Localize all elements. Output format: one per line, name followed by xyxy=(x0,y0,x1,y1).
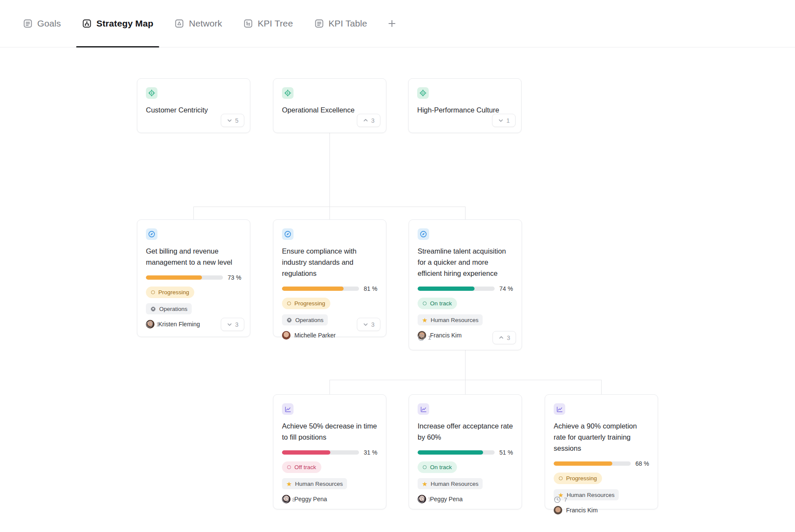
chevron-down-icon xyxy=(227,322,232,327)
connector-line xyxy=(193,207,194,219)
chevron-down-icon xyxy=(498,118,504,123)
clock-icon xyxy=(554,496,561,503)
connector-line xyxy=(465,207,466,219)
goal-card[interactable]: Ensure compliance with industry standard… xyxy=(273,219,386,337)
objective-card[interactable]: Customer Centricity 5 xyxy=(137,78,250,133)
chevron-down-icon xyxy=(227,118,232,123)
connector-line xyxy=(329,207,330,219)
expand-children-button[interactable]: 1 xyxy=(492,114,516,127)
tab-network[interactable]: Network xyxy=(169,0,228,47)
owner-row: Francis Kim xyxy=(554,506,649,514)
kpi-card[interactable]: Increase offer acceptance rate by 60% 51… xyxy=(409,394,522,509)
tab-goals[interactable]: Goals xyxy=(17,0,67,47)
tab-kpi-table[interactable]: KPI Table xyxy=(309,0,373,47)
team-label: Operations xyxy=(159,306,187,312)
clock-icon xyxy=(418,496,425,503)
progress-fill xyxy=(282,287,344,291)
chevron-up-icon xyxy=(498,335,504,340)
status-label: On track xyxy=(430,300,452,307)
goal-card[interactable]: Streamline talent acquisition for a quic… xyxy=(409,219,522,350)
status-badge: On track xyxy=(418,461,457,473)
clock-count-value: 7 xyxy=(428,497,431,503)
status-label: On track xyxy=(430,464,452,470)
progress-percent: 74 % xyxy=(499,285,513,292)
progress-fill xyxy=(282,450,330,455)
status-badge: Progressing xyxy=(554,473,602,484)
tab-strategy-map-label: Strategy Map xyxy=(96,18,153,29)
objective-target-icon xyxy=(282,87,294,99)
team-tag: ★ Human Resources xyxy=(282,478,347,489)
expand-children-button[interactable]: 3 xyxy=(221,318,244,331)
check-in-count: 7 xyxy=(554,496,567,503)
owner-row: Michelle Parker xyxy=(282,331,377,340)
owner-name: Michelle Parker xyxy=(294,332,335,339)
avatar xyxy=(554,506,562,514)
tab-kpi-table-label: KPI Table xyxy=(329,18,367,29)
chevron-down-icon xyxy=(363,322,368,327)
list-icon xyxy=(314,19,324,28)
status-label: Off track xyxy=(294,464,316,470)
collapse-children-button[interactable]: 3 xyxy=(357,114,380,127)
status-label: Progressing xyxy=(566,475,597,482)
owner-name: Francis Kim xyxy=(566,507,598,514)
gear-icon xyxy=(150,306,156,312)
team-label: Human Resources xyxy=(430,317,478,323)
progress-percent: 73 % xyxy=(228,274,241,281)
progress-bar: 74 % xyxy=(418,285,513,292)
progress-track xyxy=(282,287,359,291)
status-badge: On track xyxy=(418,298,457,309)
status-ring-icon xyxy=(151,290,155,294)
child-count: 3 xyxy=(507,334,510,341)
status-badge: Progressing xyxy=(282,298,330,309)
progress-track xyxy=(418,450,495,455)
status-badge: Progressing xyxy=(146,287,194,298)
clock-icon xyxy=(282,496,289,503)
status-ring-icon xyxy=(287,465,291,469)
tab-strategy-map[interactable]: Strategy Map xyxy=(76,0,159,47)
expand-children-button[interactable]: 5 xyxy=(221,114,244,127)
kpi-title: Increase offer acceptance rate by 60% xyxy=(418,420,513,443)
kpi-tree-icon xyxy=(243,19,253,28)
collapse-children-button[interactable]: 3 xyxy=(492,331,516,344)
team-tag: ★ Human Resources xyxy=(418,314,483,325)
connector-line xyxy=(601,380,602,394)
expand-children-button[interactable]: 3 xyxy=(357,318,380,331)
view-tabbar: Goals Strategy Map Network KPI Tree KPI xyxy=(0,0,795,47)
team-tag: ★ Human Resources xyxy=(418,478,483,489)
strategy-map-page: Goals Strategy Map Network KPI Tree KPI xyxy=(0,0,795,532)
check-in-count: 1 xyxy=(418,334,431,341)
child-count: 5 xyxy=(235,117,239,124)
connector-line xyxy=(465,380,466,394)
check-in-count: 8 xyxy=(282,496,296,503)
status-badge: Off track xyxy=(282,461,321,473)
progress-track xyxy=(282,450,359,455)
goal-compass-icon xyxy=(418,228,429,240)
progress-fill xyxy=(554,461,612,466)
plus-icon xyxy=(387,18,397,29)
clock-icon xyxy=(146,321,153,328)
progress-bar: 73 % xyxy=(146,274,241,281)
clock-count-value: 1 xyxy=(156,321,160,328)
status-ring-icon xyxy=(423,465,427,469)
kpi-card[interactable]: Achieve a 90% completion rate for quarte… xyxy=(545,394,658,509)
goal-title: Ensure compliance with industry standard… xyxy=(282,245,377,279)
kpi-title: Achieve a 90% completion rate for quarte… xyxy=(554,420,649,454)
progress-fill xyxy=(418,287,475,291)
clock-count-value: 7 xyxy=(564,497,567,503)
progress-track xyxy=(418,287,495,291)
status-ring-icon xyxy=(423,301,427,305)
progress-fill xyxy=(146,275,202,280)
progress-bar: 51 % xyxy=(418,449,513,456)
add-view-button[interactable] xyxy=(383,0,401,47)
objective-card[interactable]: Operational Excellence 3 xyxy=(273,78,386,133)
child-count: 3 xyxy=(371,117,375,124)
objective-card[interactable]: High-Performance Culture 1 xyxy=(408,78,522,133)
progress-percent: 81 % xyxy=(364,285,377,292)
clock-icon xyxy=(418,334,425,341)
avatar xyxy=(282,331,291,340)
kpi-card[interactable]: Achieve 50% decrease in time to fill pos… xyxy=(273,394,386,509)
star-icon: ★ xyxy=(422,317,427,323)
tab-kpi-tree[interactable]: KPI Tree xyxy=(237,0,299,47)
goal-card[interactable]: Get billing and revenue management to a … xyxy=(137,219,250,337)
star-icon: ★ xyxy=(422,481,427,487)
